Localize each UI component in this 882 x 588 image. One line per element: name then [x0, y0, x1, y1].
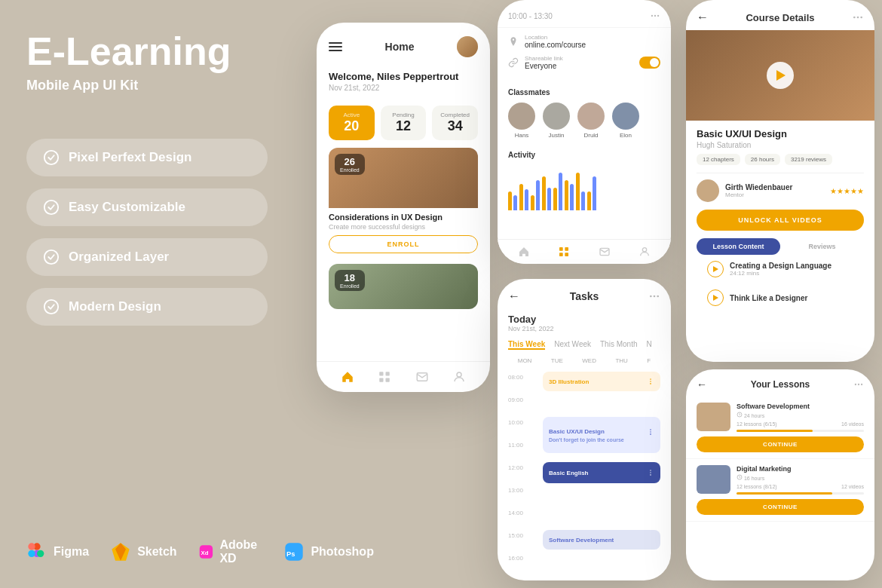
- classmates-section: Classmates Hans Justin Druld Elon: [498, 82, 671, 145]
- nav-home-2[interactable]: [518, 246, 530, 258]
- cd-tag-1: 26 hours: [745, 154, 780, 165]
- svg-point-32: [657, 296, 659, 298]
- hamburger-menu[interactable]: [329, 42, 342, 51]
- stat-active: Active 20: [329, 106, 375, 140]
- stat-active-value: 20: [336, 118, 367, 134]
- svg-point-23: [657, 15, 659, 17]
- time-1600: 16:00: [508, 555, 523, 562]
- mentor-stars: ★★★★★: [830, 187, 864, 195]
- location-row: Location online.com/course: [508, 34, 660, 49]
- lesson-card-meta-marketing: 16 hours: [737, 474, 864, 481]
- time-schedule: 08:00 09:00 10:00 11:00 12:00 13:00 14:0…: [498, 370, 671, 574]
- schedule-header: 10:00 - 13:30: [498, 0, 671, 28]
- screen-course-details: ← Course Details Basic UX/UI Design Hugh…: [686, 0, 874, 362]
- tab-this-month[interactable]: This Month: [600, 340, 637, 350]
- schedule-bottom-nav: [498, 239, 671, 264]
- user-avatar[interactable]: [457, 36, 478, 57]
- enroll-button[interactable]: ENROLL: [329, 235, 478, 253]
- task-software-dev[interactable]: Software Development: [543, 530, 660, 550]
- activity-label: Activity: [508, 151, 660, 159]
- day-mon: MON: [518, 357, 532, 364]
- cd-back-btn[interactable]: ←: [697, 11, 709, 24]
- svg-point-34: [650, 381, 651, 382]
- screen-schedule: 10:00 - 13:30 Location online.com/course…: [498, 0, 671, 264]
- home-header: Home: [317, 23, 490, 65]
- svg-rect-27: [565, 253, 569, 256]
- task-3d-illustration[interactable]: 3D Illustration: [543, 372, 660, 391]
- check-icon: [43, 149, 60, 166]
- svg-text:Ps: Ps: [286, 550, 295, 558]
- stat-completed-value: 34: [439, 118, 470, 134]
- svg-rect-26: [559, 253, 563, 256]
- svg-point-3: [44, 300, 58, 314]
- nav-user-2[interactable]: [639, 246, 651, 258]
- course-card-2[interactable]: 18 Enrolled: [329, 264, 478, 309]
- stat-active-label: Active: [336, 112, 367, 118]
- tool-label-adobe-xd: Adobe XD: [219, 538, 262, 565]
- location-value: online.com/course: [525, 41, 586, 49]
- play-button[interactable]: [767, 62, 794, 89]
- back-button[interactable]: ←: [508, 289, 520, 303]
- continue-btn-marketing[interactable]: CONTINUE: [697, 499, 864, 515]
- svg-text:Xd: Xd: [201, 550, 208, 556]
- schedule-time: 10:00 - 13:30: [508, 12, 553, 20]
- feature-label-3: Modern Design: [69, 299, 161, 314]
- nav-home[interactable]: [340, 369, 355, 384]
- yl-back-btn[interactable]: ←: [697, 378, 707, 390]
- task-menu-icon-3[interactable]: [647, 469, 654, 476]
- lesson-card-stats-marketing: 12 lessons (8/12) 12 videos: [737, 484, 864, 489]
- time-1300: 13:00: [508, 487, 523, 494]
- today-section: Today Nov 21st, 2022: [498, 308, 671, 335]
- tab-n[interactable]: N: [646, 340, 651, 350]
- lesson-item-1: Creating a Design Language 24:12 mins: [697, 255, 864, 283]
- nav-grid[interactable]: [377, 369, 392, 384]
- sketch-icon: [110, 541, 131, 562]
- svg-rect-6: [28, 543, 35, 550]
- nav-user[interactable]: [452, 369, 467, 384]
- yl-title: Your Lessons: [751, 379, 810, 390]
- home-title: Home: [385, 41, 415, 53]
- svg-point-46: [858, 384, 859, 385]
- lesson-play-btn-2[interactable]: [707, 289, 724, 306]
- classmate-name-elon: Elon: [620, 132, 632, 139]
- photoshop-icon: Ps: [283, 541, 305, 562]
- stats-row: Active 20 Pending 12 Completed 34: [317, 98, 490, 148]
- time-1200: 12:00: [508, 464, 523, 471]
- course-card-1[interactable]: 26 Enrolled Considerations in UX Design …: [329, 148, 478, 253]
- continue-btn-software[interactable]: CONTINUE: [697, 436, 864, 452]
- dots-icon[interactable]: [650, 11, 660, 21]
- task-menu-icon[interactable]: [647, 378, 654, 385]
- nav-mail-2[interactable]: [599, 246, 611, 258]
- svg-rect-17: [380, 378, 384, 382]
- tab-reviews[interactable]: Reviews: [780, 238, 864, 255]
- lesson-play-btn-1[interactable]: [707, 261, 724, 277]
- cd-course-title: Basic UX/UI Design: [697, 128, 864, 139]
- svg-point-8: [37, 550, 44, 557]
- stat-pending: Pending 12: [381, 106, 427, 140]
- cd-course-image: [686, 30, 874, 121]
- svg-point-38: [650, 433, 651, 435]
- svg-rect-7: [28, 550, 35, 557]
- toggle-switch[interactable]: [639, 57, 660, 69]
- tab-lesson-content[interactable]: Lesson Content: [697, 238, 780, 255]
- task-uxui-design[interactable]: Basic UX/UI Design Don't forget to join …: [543, 417, 660, 453]
- svg-point-43: [857, 17, 859, 19]
- tab-next-week[interactable]: Next Week: [554, 340, 591, 350]
- cd-more-icon[interactable]: [852, 11, 864, 23]
- nav-mail[interactable]: [415, 369, 430, 384]
- task-menu-icon-2[interactable]: [647, 428, 654, 436]
- tab-this-week[interactable]: This Week: [508, 340, 545, 350]
- lesson-title-2: Think Like a Designer: [730, 294, 807, 302]
- more-options-icon[interactable]: [648, 290, 660, 302]
- nav-grid-2[interactable]: [558, 246, 570, 258]
- svg-point-44: [860, 17, 862, 19]
- course-badge-2: 18 Enrolled: [335, 270, 365, 291]
- classmate-hans: Hans: [508, 103, 535, 139]
- today-label: Today: [508, 314, 660, 325]
- time-1400: 14:00: [508, 510, 523, 516]
- task-basic-english[interactable]: Basic English: [543, 462, 660, 483]
- time-1100: 11:00: [508, 442, 523, 449]
- mentor-avatar: [697, 179, 719, 202]
- unlock-button[interactable]: UNLOCK ALL VIDEOS: [697, 210, 864, 231]
- yl-more-icon[interactable]: [853, 379, 864, 390]
